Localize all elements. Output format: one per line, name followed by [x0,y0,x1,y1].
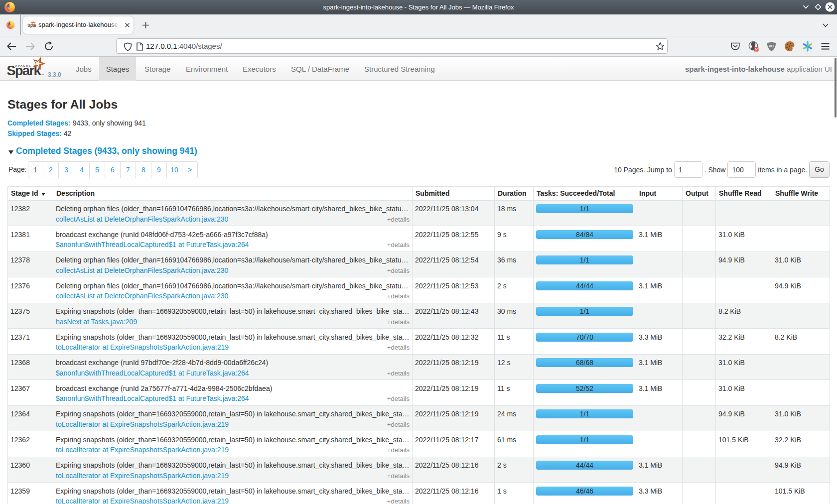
svg-text:TM: TM [41,74,44,76]
svg-text:UO: UO [769,44,774,48]
